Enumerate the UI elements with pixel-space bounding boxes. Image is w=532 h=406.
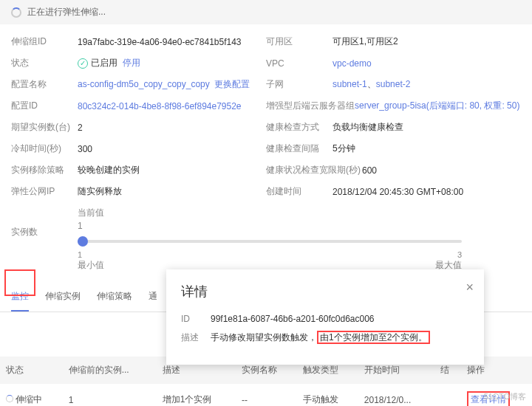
modal-desc-lbl: 描述 — [181, 331, 211, 344]
spinner-icon — [11, 7, 21, 18]
val-expected: 2 — [78, 123, 83, 133]
td-desc: 增加1个实例 — [157, 384, 236, 406]
td-end — [434, 384, 461, 406]
check-icon: ✓ — [78, 58, 88, 69]
config-name-link[interactable]: as-config-dm5o_copy_copy_copy — [78, 79, 210, 89]
th-before: 伸缩前的实例... — [63, 357, 157, 384]
val-group-id: 19a7fabc-319e-4a06-94e0-ec7841b5f143 — [78, 37, 242, 47]
update-config-link[interactable]: 更换配置 — [214, 79, 250, 89]
lbl-vpc: VPC — [266, 58, 332, 69]
val-cooldown: 300 — [78, 144, 92, 154]
subnet-1-link[interactable]: subnet-1 — [332, 79, 367, 89]
detail-modal: 详情 × ID99f1e81a-6087-46b6-a201-60fc0d6ac… — [166, 269, 484, 365]
details-panel: 伸缩组ID19a7fabc-319e-4a06-94e0-ec7841b5f14… — [0, 24, 532, 275]
close-icon[interactable]: × — [466, 280, 474, 295]
modal-id-lbl: ID — [181, 314, 211, 324]
watermark: 51CTO博客 — [484, 391, 526, 402]
val-eip: 随实例释放 — [78, 185, 122, 198]
lbl-status: 状态 — [11, 57, 78, 69]
td-type: 手动触发 — [297, 384, 358, 406]
lbl-health-interval: 健康检查间隔 — [266, 142, 332, 155]
val-health-method: 负载均衡健康检查 — [332, 121, 403, 134]
td-before: 1 — [63, 384, 157, 406]
val-created: 2018/12/04 20:45:30 GMT+08:00 — [332, 187, 463, 197]
lbl-created: 创建时间 — [266, 185, 332, 198]
backend-link[interactable]: server_group-5isa(后端端口: 80, 权重: 50) — [355, 100, 519, 112]
modal-id-val: 99f1e81a-6087-46b6-a201-60fc0d6ac006 — [211, 314, 375, 324]
td-status: 伸缩中 — [0, 384, 63, 406]
config-id-link[interactable]: 80c324c2-014b-4be8-8f98-6ef894e7952e — [78, 101, 242, 111]
spinner-icon — [6, 395, 13, 402]
th-status: 状态 — [0, 357, 63, 384]
tab-monitor[interactable]: 监控 — [11, 283, 29, 312]
lbl-expected: 期望实例数(台) — [11, 121, 78, 134]
status-banner: 正在进行弹性伸缩... — [0, 0, 532, 24]
td-name: -- — [236, 384, 297, 406]
lbl-config-id: 配置ID — [11, 100, 78, 112]
val-health-grace: 600 — [362, 165, 377, 176]
td-start: 2018/12/0... — [358, 384, 434, 406]
lbl-subnet: 子网 — [266, 78, 332, 91]
modal-title: 详情 — [181, 283, 469, 300]
highlight-box-desc: 由1个实例增加至2个实例。 — [317, 331, 430, 344]
val-remove-policy: 较晚创建的实例 — [78, 164, 140, 176]
val-health-interval: 5分钟 — [332, 142, 355, 155]
lbl-az: 可用区 — [266, 35, 332, 48]
subnet-2-link[interactable]: subnet-2 — [376, 79, 411, 89]
lbl-config-name: 配置名称 — [11, 78, 78, 91]
lbl-remove-policy: 实例移除策略 — [11, 164, 78, 176]
lbl-health-grace: 健康状况检查宽限期(秒) — [266, 164, 362, 176]
instance-slider[interactable]: 当前值 1 13 最小值最大值 — [78, 207, 521, 272]
vpc-link[interactable]: vpc-demo — [332, 58, 372, 69]
lbl-backend: 增强型后端云服务器组 — [266, 100, 355, 112]
tab-policies[interactable]: 伸缩策略 — [97, 283, 132, 312]
slider-handle[interactable] — [78, 236, 88, 247]
table-row: 伸缩中 1 增加1个实例 -- 手动触发 2018/12/0... 查看详情 — [0, 384, 532, 406]
banner-text: 正在进行弹性伸缩... — [27, 6, 106, 18]
lbl-cooldown: 冷却时间(秒) — [11, 142, 78, 155]
lbl-group-id: 伸缩组ID — [11, 35, 78, 48]
slider-track[interactable] — [78, 233, 462, 250]
val-status: ✓已启用 停用 — [78, 57, 140, 69]
disable-link[interactable]: 停用 — [123, 58, 140, 68]
lbl-instances: 实例数 — [11, 207, 78, 238]
val-az: 可用区1,可用区2 — [332, 35, 398, 48]
lbl-eip: 弹性公网IP — [11, 185, 78, 198]
modal-desc-val: 手动修改期望实例数触发，由1个实例增加至2个实例。 — [211, 331, 430, 344]
current-label: 当前值 — [78, 207, 462, 219]
tab-instances[interactable]: 伸缩实例 — [45, 283, 81, 312]
current-num: 1 — [78, 221, 462, 231]
lbl-health-method: 健康检查方式 — [266, 121, 332, 134]
tab-cut[interactable]: 通 — [149, 283, 157, 312]
